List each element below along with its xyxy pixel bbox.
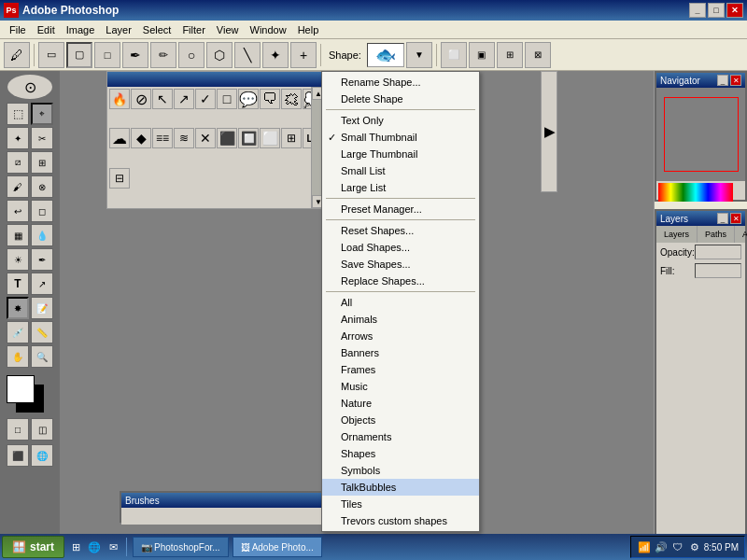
eyedropper-tool[interactable]: 💉 <box>7 321 29 343</box>
menu-talkbubbles[interactable]: TalkBubbles <box>322 479 479 496</box>
menu-small-thumbnail[interactable]: Small Thumbnail <box>322 129 479 146</box>
shape-thumb-fill-sq[interactable]: ⬛ <box>217 128 237 148</box>
menu-layer[interactable]: Layer <box>100 22 137 37</box>
marquee-tool[interactable]: ⬚ <box>7 103 29 125</box>
menu-music[interactable]: Music <box>322 378 479 395</box>
tray-network[interactable]: 📶 <box>637 539 652 554</box>
menu-view[interactable]: View <box>211 22 245 37</box>
menu-objects[interactable]: Objects <box>322 412 479 428</box>
color-picker[interactable] <box>7 375 53 413</box>
layers-minimize[interactable]: _ <box>717 213 728 224</box>
navigator-close[interactable]: ✕ <box>730 75 741 86</box>
shape-thumb-no[interactable]: ⊘ <box>131 89 151 109</box>
menu-filter[interactable]: Filter <box>176 22 210 37</box>
shape-thumb-arrow2[interactable]: ↗ <box>174 89 194 109</box>
shape-thumb-arrow1[interactable]: ↖ <box>152 89 173 109</box>
screen-mode-btn[interactable]: ⬛ <box>7 444 29 467</box>
menu-large-thumbnail[interactable]: Large Thumbnail <box>322 146 479 162</box>
add-anchor[interactable]: + <box>290 42 317 68</box>
shape-dropdown-btn[interactable]: ▼ <box>406 42 432 68</box>
menu-tiles[interactable]: Tiles <box>322 496 479 512</box>
hand-tool[interactable]: ✋ <box>7 345 29 368</box>
tab-paths[interactable]: Paths <box>698 226 735 243</box>
menu-edit[interactable]: Edit <box>32 22 61 37</box>
shape-thumb-checker[interactable]: ⊞ <box>281 128 302 148</box>
menu-trevors[interactable]: Trevors custom shapes <box>322 512 479 529</box>
menu-banners[interactable]: Banners <box>322 344 479 361</box>
gradient-tool[interactable]: ▦ <box>7 224 29 246</box>
menu-replace-shapes[interactable]: Replace Shapes... <box>322 273 479 289</box>
pen-path-tool[interactable]: ✒ <box>31 248 53 271</box>
close-button[interactable]: ✕ <box>726 3 743 18</box>
notes-tool[interactable]: 📝 <box>31 297 53 319</box>
shape-option-3[interactable]: ⊞ <box>497 42 523 68</box>
taskbar-photoshop[interactable]: 🖼 Adobe Photo... <box>233 537 322 557</box>
menu-ornaments[interactable]: Ornaments <box>322 428 479 445</box>
menu-all[interactable]: All <box>322 294 479 311</box>
tool-preset-btn[interactable]: 🖊 <box>4 42 30 68</box>
minimize-button[interactable]: _ <box>689 3 706 18</box>
quicklaunch-1[interactable]: ⊞ <box>68 539 83 554</box>
menu-arrows[interactable]: Arrows <box>322 328 479 344</box>
menu-nature[interactable]: Nature <box>322 395 479 412</box>
brush-tool[interactable]: 🖌 <box>7 175 29 198</box>
menu-reset-shapes[interactable]: Reset Shapes... <box>322 222 479 239</box>
shape-thumb-border-sq[interactable]: 🔲 <box>238 128 259 148</box>
navigator-minimize[interactable]: _ <box>717 75 728 86</box>
foreground-color[interactable] <box>7 375 35 403</box>
shape-thumb-cross[interactable]: ✕ <box>195 128 216 148</box>
shape-option-4[interactable]: ⊠ <box>525 42 551 68</box>
taskbar-photoshopforum[interactable]: 📷 PhotoshopFor... <box>133 537 229 557</box>
tab-layers[interactable]: Layers <box>656 226 698 243</box>
line-tool[interactable]: ╲ <box>234 42 261 68</box>
ellipse-tool[interactable]: ○ <box>178 42 204 68</box>
menu-save-shapes[interactable]: Save Shapes... <box>322 256 479 273</box>
blur-tool[interactable]: 💧 <box>31 224 53 246</box>
opacity-input[interactable] <box>695 245 741 259</box>
menu-frames[interactable]: Frames <box>322 361 479 378</box>
measure-tool[interactable]: 📏 <box>31 321 53 343</box>
menu-preset-manager[interactable]: Preset Manager... <box>322 201 479 217</box>
shape-preview[interactable]: 🐟 <box>367 43 404 67</box>
shape-thumb-zigzag[interactable]: ≋ <box>174 128 194 148</box>
zoom-tool[interactable]: 🔍 <box>31 345 53 368</box>
slice-tool[interactable]: ⧄ <box>7 151 29 174</box>
shape-option-2[interactable]: ▣ <box>469 42 495 68</box>
menu-symbols[interactable]: Symbols <box>322 462 479 479</box>
menu-large-list[interactable]: Large List <box>322 179 479 196</box>
shape-thumb-empty-sq[interactable]: ⬜ <box>260 128 280 148</box>
quicklaunch-3[interactable]: ✉ <box>106 539 120 554</box>
menu-shapes[interactable]: Shapes <box>322 445 479 462</box>
lasso-tool[interactable]: ⌖ <box>31 103 53 125</box>
tray-volume[interactable]: 🔊 <box>654 539 669 554</box>
tray-misc[interactable]: ⚙ <box>687 539 702 554</box>
rect-tool[interactable]: ▭ <box>38 42 64 68</box>
shape-panel-expand-btn[interactable]: ▶ <box>541 71 557 192</box>
quickmask-mode[interactable]: ◫ <box>31 418 53 441</box>
square-tool[interactable]: □ <box>94 42 120 68</box>
shape-thumb-check[interactable]: ✓ <box>195 89 216 109</box>
shape-thumb-bubble1[interactable]: 💬 <box>238 89 259 109</box>
layers-close[interactable]: ✕ <box>730 213 741 224</box>
standard-mode[interactable]: □ <box>7 418 29 441</box>
shape-thumb-cloud[interactable]: ☁ <box>109 128 130 148</box>
menu-image[interactable]: Image <box>61 22 101 37</box>
menu-delete-shape[interactable]: Delete Shape <box>322 91 479 107</box>
poly-tool[interactable]: ⬡ <box>206 42 233 68</box>
menu-load-shapes[interactable]: Load Shapes... <box>322 239 479 256</box>
dodge-tool[interactable]: ☀ <box>7 248 29 271</box>
text-tool[interactable]: T <box>7 273 29 295</box>
custom-shape-tool[interactable]: ✦ <box>262 42 289 68</box>
maximize-button[interactable]: □ <box>708 3 725 18</box>
eraser-tool[interactable]: ◻ <box>31 200 53 222</box>
pen-tool[interactable]: ✒ <box>122 42 148 68</box>
shape-option-1[interactable]: ⬜ <box>441 42 467 68</box>
menu-rename-shape[interactable]: Rename Shape... <box>322 74 479 91</box>
fill-input[interactable] <box>695 263 741 278</box>
menu-animals[interactable]: Animals <box>322 311 479 328</box>
menu-window[interactable]: Window <box>245 22 292 37</box>
shape-thumb-bubble4[interactable]: 💭 <box>303 89 311 109</box>
menu-select[interactable]: Select <box>137 22 177 37</box>
start-button[interactable]: 🪟 start <box>2 536 64 558</box>
shape-thumb-lines[interactable]: ≡≡ <box>152 128 173 148</box>
